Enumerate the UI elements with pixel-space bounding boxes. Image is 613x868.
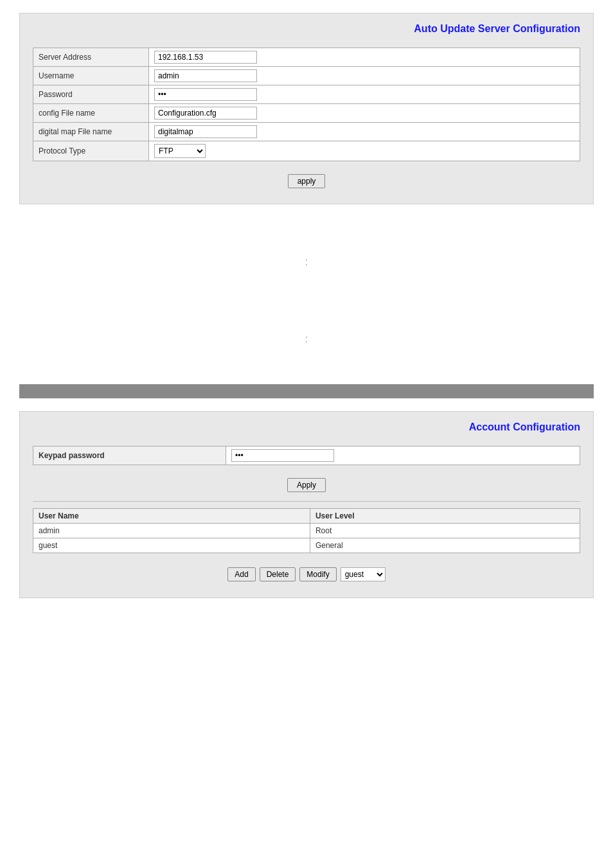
spacer-area-2: : bbox=[19, 301, 594, 378]
auto-update-form-table: Server Address Username Password config … bbox=[33, 48, 580, 161]
spacer-area-1: : bbox=[19, 224, 594, 301]
username-cell bbox=[149, 67, 580, 85]
protocol-label: Protocol Type bbox=[33, 141, 149, 161]
user-level-admin: Root bbox=[310, 524, 580, 538]
separator-bar bbox=[19, 384, 594, 398]
table-row: Keypad password bbox=[33, 447, 580, 465]
protocol-select[interactable]: FTP HTTP SFTP bbox=[154, 144, 206, 158]
user-name-header: User Name bbox=[33, 509, 310, 524]
keypad-input-cell bbox=[226, 447, 580, 465]
keypad-table: Keypad password bbox=[33, 446, 580, 465]
table-row: Server Address bbox=[33, 48, 580, 67]
auto-update-title: Auto Update Server Configuration bbox=[33, 23, 580, 38]
user-name-admin: admin bbox=[33, 524, 310, 538]
table-row: admin Root bbox=[33, 524, 580, 538]
table-row: Protocol Type FTP HTTP SFTP bbox=[33, 141, 580, 161]
user-level-guest: General bbox=[310, 538, 580, 553]
username-label: Username bbox=[33, 67, 149, 85]
config-file-cell bbox=[149, 104, 580, 123]
user-name-guest: guest bbox=[33, 538, 310, 553]
add-button[interactable]: Add bbox=[227, 567, 255, 581]
auto-update-section: Auto Update Server Configuration Server … bbox=[19, 13, 594, 204]
server-address-input[interactable] bbox=[154, 51, 257, 64]
password-label: Password bbox=[33, 85, 149, 104]
keypad-label: Keypad password bbox=[33, 447, 226, 465]
digital-map-input[interactable] bbox=[154, 125, 257, 138]
config-file-label: config File name bbox=[33, 104, 149, 123]
keypad-apply-row: Apply bbox=[33, 473, 580, 495]
protocol-cell: FTP HTTP SFTP bbox=[149, 141, 580, 161]
action-row: Add Delete Modify guest admin bbox=[33, 561, 580, 585]
apply-button[interactable]: apply bbox=[288, 174, 326, 188]
colon-1: : bbox=[305, 256, 308, 268]
user-level-header: User Level bbox=[310, 509, 580, 524]
user-select[interactable]: guest admin bbox=[341, 567, 386, 581]
password-cell bbox=[149, 85, 580, 104]
table-row: digital map File name bbox=[33, 123, 580, 141]
keypad-password-input[interactable] bbox=[231, 449, 334, 462]
account-title: Account Configuration bbox=[33, 421, 580, 436]
user-table: User Name User Level admin Root guest Ge… bbox=[33, 508, 580, 553]
digital-map-cell bbox=[149, 123, 580, 141]
server-address-label: Server Address bbox=[33, 48, 149, 67]
table-header-row: User Name User Level bbox=[33, 509, 580, 524]
delete-button[interactable]: Delete bbox=[260, 567, 296, 581]
keypad-apply-button[interactable]: Apply bbox=[287, 478, 326, 492]
config-file-input[interactable] bbox=[154, 107, 257, 120]
apply-row: apply bbox=[33, 169, 580, 191]
table-row: config File name bbox=[33, 104, 580, 123]
username-input[interactable] bbox=[154, 69, 257, 82]
account-section: Account Configuration Keypad password Ap… bbox=[19, 411, 594, 598]
divider-line bbox=[33, 501, 580, 502]
server-address-cell bbox=[149, 48, 580, 67]
table-row: guest General bbox=[33, 538, 580, 553]
modify-button[interactable]: Modify bbox=[299, 567, 336, 581]
colon-2: : bbox=[305, 333, 308, 345]
table-row: Username bbox=[33, 67, 580, 85]
password-input[interactable] bbox=[154, 88, 257, 101]
table-row: Password bbox=[33, 85, 580, 104]
digital-map-label: digital map File name bbox=[33, 123, 149, 141]
